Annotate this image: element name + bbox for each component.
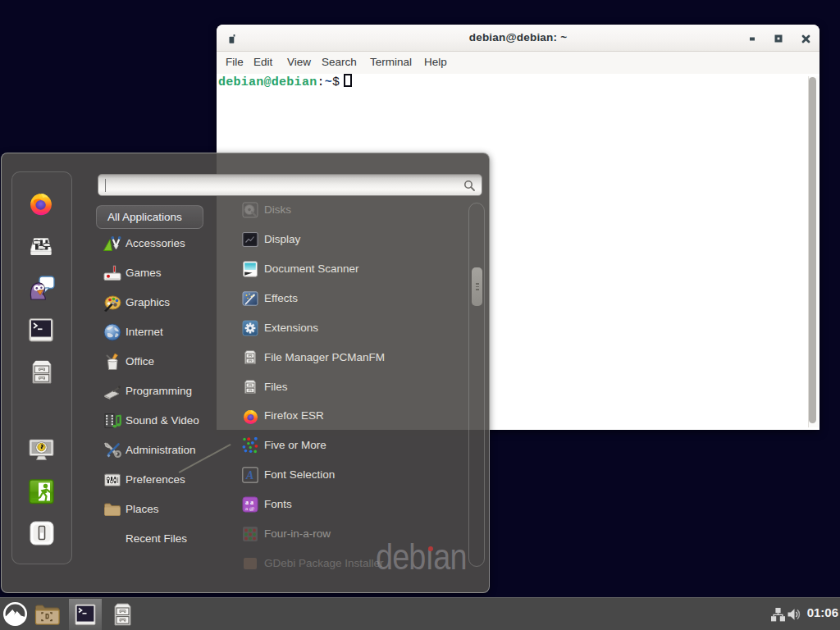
svg-text:a @: a @ (245, 505, 255, 512)
svg-text:A: A (245, 469, 253, 482)
